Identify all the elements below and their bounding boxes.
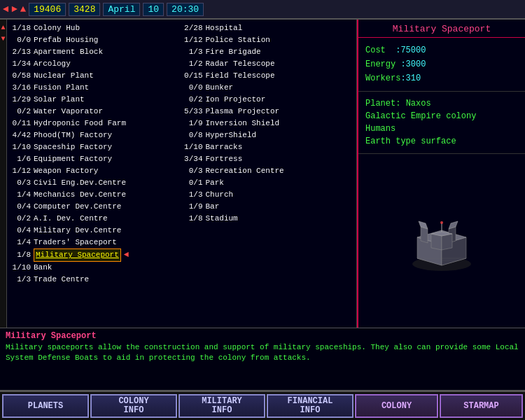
building-item-col1-18[interactable]: 1/4Traders' Spaceport (11, 237, 181, 248)
building-item-col2-14[interactable]: 1/3Church (183, 189, 353, 201)
right-panel-title: Military Spaceport (358, 20, 525, 38)
building-item-col1-7[interactable]: 0/2Water Vaporator (11, 106, 181, 118)
right-buttons-row1: COLONY STARMAP (355, 394, 523, 418)
col2: 2/28Hospital1/12Police Station1/3Fire Br… (183, 22, 353, 286)
building-item-col1-14[interactable]: 1/4Mechanics Dev.Centre (11, 189, 181, 201)
building-item-col2-8[interactable]: 1/9Inversion Shield (183, 118, 353, 130)
svg-marker-10 (442, 234, 452, 250)
building-item-col2-1[interactable]: 1/12Police Station (183, 34, 353, 46)
planet-line: Planet: Naxos (365, 97, 518, 110)
building-item-col1-4[interactable]: 0/58Nuclear Plant (11, 70, 181, 82)
right-panel: Military Spaceport Cost :75000 Energy :3… (357, 20, 525, 328)
building-item-col1-3[interactable]: 1/34Arcology (11, 58, 181, 70)
building-item-col1-15[interactable]: 0/4Computer Dev.Centre (11, 201, 181, 213)
building-item-col2-15[interactable]: 1/9Bar (183, 201, 353, 213)
building-item-col2-0[interactable]: 2/28Hospital (183, 22, 353, 34)
scroll-down-arrow[interactable]: ▼ (1, 34, 5, 45)
building-item-col1-1[interactable]: 0/0Prefab Housing (11, 34, 181, 46)
date-display: April (103, 3, 140, 16)
building-item-col1-6[interactable]: 1/29Solar Plant (11, 94, 181, 106)
starmap-button[interactable]: STARMAP (440, 394, 523, 418)
building-item-col2-12[interactable]: 0/3Recreation Centre (183, 165, 353, 177)
building-item-col1-19[interactable]: 1/8Military Spaceport◄ (11, 248, 181, 262)
building-item-col2-16[interactable]: 1/8Stadium (183, 213, 353, 225)
building-item-col1-12[interactable]: 1/12Weapon Factory (11, 165, 181, 177)
building-item-col1-20[interactable]: 1/10Bank (11, 262, 181, 274)
arrow-left[interactable]: ◄ (3, 4, 8, 15)
building-item-col1-2[interactable]: 2/13Apartment Block (11, 46, 181, 58)
top-bar: ◄ ► ▲ 19406 3428 April 10 20:30 (0, 0, 525, 20)
building-item-col1-0[interactable]: 1/18Colony Hub (11, 22, 181, 34)
cost-line: Cost :75000 (365, 43, 518, 57)
building-item-col2-13[interactable]: 0/1Park (183, 177, 353, 189)
planets-button[interactable]: PLANETS (2, 394, 89, 418)
building-item-col1-9[interactable]: 4/42Phood(TM) Factory (11, 130, 181, 141)
desc-title: Military Spaceport (6, 331, 519, 341)
building-item-col1-5[interactable]: 3/16Fusion Plant (11, 82, 181, 94)
building-item-col2-6[interactable]: 0/2Ion Projector (183, 94, 353, 106)
col1: 1/18Colony Hub0/0Prefab Housing2/13Apart… (11, 22, 181, 286)
building-item-col1-21[interactable]: 1/3Trade Centre (11, 274, 181, 286)
energy-line: Energy :3000 (365, 57, 518, 71)
race-line: Humans (365, 122, 518, 135)
building-item-col2-7[interactable]: 5/33Plasma Projector (183, 106, 353, 118)
workers-line: Workers:310 (365, 71, 518, 85)
desc-text: Military spaceports allow the constructi… (6, 342, 519, 363)
building-item-col1-11[interactable]: 1/6Equipment Factory (11, 153, 181, 165)
left-border: ▲ ▼ (0, 20, 7, 328)
day-display: 10 (143, 3, 164, 16)
svg-point-15 (440, 221, 443, 224)
military-info-button[interactable]: MILITARYINFO (178, 394, 265, 418)
description-area: Military Spaceport Military spaceports a… (0, 328, 525, 391)
right-panel-stats: Cost :75000 Energy :3000 Workers:310 (358, 38, 525, 92)
main-area: ▲ ▼ 1/18Colony Hub0/0Prefab Housing2/13A… (0, 20, 525, 328)
colony-info-button[interactable]: COLONYINFO (90, 394, 177, 418)
scroll-up-arrow[interactable]: ▲ (1, 22, 5, 34)
building-item-col2-4[interactable]: 0/15Field Telescope (183, 70, 353, 82)
building-image (358, 154, 525, 328)
building-item-col1-13[interactable]: 0/3Civil Eng.Dev.Centre (11, 177, 181, 189)
building-item-col2-11[interactable]: 3/34Fortress (183, 153, 353, 165)
building-list: 1/18Colony Hub0/0Prefab Housing2/13Apart… (7, 20, 357, 328)
surface-line: Earth type surface (365, 135, 518, 148)
financial-info-button[interactable]: FINANCIALINFO (267, 394, 354, 418)
building-item-col1-16[interactable]: 0/2A.I. Dev. Centre (11, 213, 181, 225)
minerals-display: 3428 (69, 3, 100, 16)
building-item-col2-10[interactable]: 1/10Barracks (183, 141, 353, 153)
right-panel-info: Planet: Naxos Galactic Empire colony Hum… (358, 92, 525, 154)
time-display: 20:30 (167, 3, 204, 16)
arrow-right[interactable]: ► (11, 4, 17, 15)
building-item-col2-5[interactable]: 0/0Bunker (183, 82, 353, 94)
building-item-col2-3[interactable]: 1/2Radar Telescope (183, 58, 353, 70)
left-buttons-row1: PLANETS COLONYINFO MILITARYINFO FINANCIA… (2, 394, 354, 418)
building-item-col2-9[interactable]: 0/8HyperShield (183, 130, 353, 141)
building-item-col1-10[interactable]: 1/10Spaceship Factory (11, 141, 181, 153)
svg-marker-9 (431, 234, 442, 250)
svg-marker-5 (421, 227, 428, 243)
credits-display: 19406 (29, 3, 66, 16)
building-item-col1-17[interactable]: 0/4Military Dev.Centre (11, 225, 181, 237)
building-svg (403, 209, 480, 272)
building-item-col1-8[interactable]: 0/11Hydroponic Food Farm (11, 118, 181, 130)
colony-button[interactable]: COLONY (355, 394, 438, 418)
button-area-row1: PLANETS COLONYINFO MILITARYINFO FINANCIA… (0, 391, 525, 420)
building-item-col2-2[interactable]: 1/3Fire Brigade (183, 46, 353, 58)
arrow-up[interactable]: ▲ (20, 4, 26, 15)
colony-line: Galactic Empire colony (365, 110, 518, 122)
